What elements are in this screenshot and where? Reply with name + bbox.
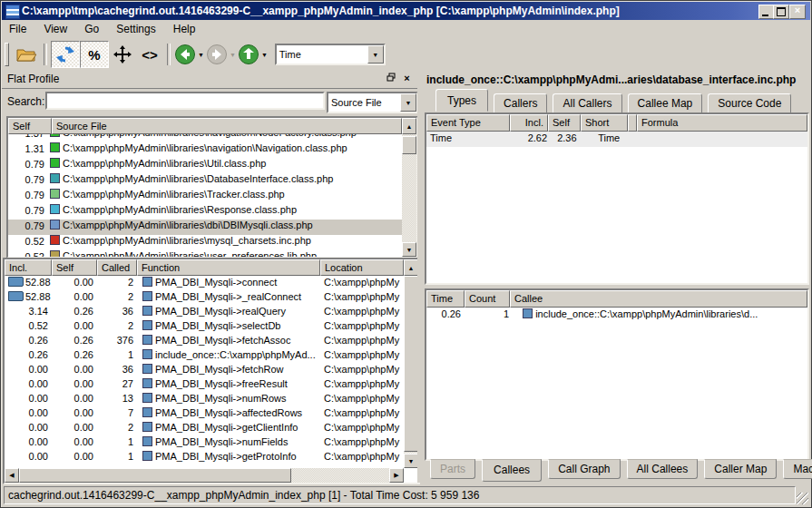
- move-layout-button[interactable]: [109, 42, 136, 67]
- tab-callee-map[interactable]: Callee Map: [628, 93, 703, 113]
- function-row[interactable]: 52.880.002PMA_DBI_Mysqli->connectC:\xamp…: [5, 276, 404, 290]
- column-header-self[interactable]: Self: [8, 118, 52, 134]
- column-header-event-type[interactable]: Event Type: [426, 114, 510, 132]
- scrollbar-thumb[interactable]: [404, 276, 418, 452]
- scrollbar-thumb[interactable]: [402, 136, 416, 154]
- column-header-function[interactable]: Function: [137, 259, 320, 276]
- menu-view[interactable]: View: [36, 20, 74, 35]
- grouping-selector[interactable]: Source File ▼: [327, 92, 418, 113]
- combo-dropdown-icon[interactable]: ▼: [400, 93, 416, 112]
- scrollbar-thumb[interactable]: [19, 468, 291, 483]
- menu-go[interactable]: Go: [77, 20, 106, 35]
- combo-dropdown-icon[interactable]: ▼: [367, 45, 384, 64]
- file-row[interactable]: 1.37C:\xampp\phpMyAdmin\libraries\naviga…: [8, 134, 402, 142]
- location-value: C:\xampp\phpMy: [320, 319, 404, 332]
- file-row[interactable]: 0.79C:\xampp\phpMyAdmin\libraries\Databa…: [8, 173, 402, 189]
- flat-profile-dock-titlebar[interactable]: Flat Profile ×: [2, 70, 417, 89]
- column-header-count[interactable]: Count: [465, 290, 510, 308]
- event-type-selector[interactable]: Time ▼: [275, 44, 386, 65]
- close-button[interactable]: ×: [789, 5, 806, 19]
- scroll-right-icon[interactable]: ▶: [389, 468, 404, 483]
- maximize-button[interactable]: [773, 5, 789, 19]
- tab-caller-map[interactable]: Caller Map: [704, 459, 777, 479]
- function-row[interactable]: 0.000.0036PMA_DBI_Mysqli->fetchRowC:\xam…: [5, 363, 404, 377]
- back-button[interactable]: ▼: [174, 44, 204, 65]
- back-dropdown-icon[interactable]: ▼: [198, 52, 204, 58]
- menu-help[interactable]: Help: [166, 20, 203, 35]
- tab-machine-code[interactable]: Machine: [783, 459, 812, 479]
- dock-close-button[interactable]: ×: [400, 73, 414, 86]
- up-button[interactable]: ▼: [238, 44, 268, 65]
- location-value: C:\xampp\phpMy: [320, 392, 404, 405]
- up-dropdown-icon[interactable]: ▼: [261, 52, 268, 58]
- column-header-source-file[interactable]: Source File: [52, 118, 402, 134]
- function-row[interactable]: 0.260.261include_once::C:\xampp\phpMyAd.…: [5, 348, 404, 363]
- column-header-callee[interactable]: Callee: [510, 290, 807, 308]
- scrollbar-track[interactable]: [291, 468, 389, 483]
- function-row[interactable]: 0.000.001PMA_DBI_Mysqli->getProtoInfoC:\…: [5, 450, 404, 464]
- open-file-button[interactable]: [13, 42, 40, 67]
- function-row[interactable]: 52.880.002PMA_DBI_Mysqli->_realConnectC:…: [5, 290, 404, 305]
- tab-source-code[interactable]: Source Code: [708, 93, 791, 113]
- function-list-hscrollbar[interactable]: ◀ ▶: [5, 468, 404, 483]
- function-row[interactable]: 0.000.002PMA_DBI_Mysqli->getClientInfoC:…: [5, 421, 404, 435]
- function-row[interactable]: 0.260.26376PMA_DBI_Mysqli->fetchAssocC:\…: [5, 334, 404, 348]
- scroll-up-icon[interactable]: ▲: [404, 259, 418, 276]
- self-value: 0.00: [52, 363, 97, 376]
- resize-grip-icon[interactable]: [797, 493, 808, 504]
- scroll-down-icon[interactable]: ▼: [404, 454, 418, 468]
- function-row[interactable]: 0.520.002PMA_DBI_Mysqli->selectDbC:\xamp…: [5, 319, 404, 334]
- window-title-bar[interactable]: C:\xampp\tmp\cachegrind.out.1416463299-C…: [2, 2, 810, 20]
- function-name: PMA_DBI_Mysqli->numFields: [155, 436, 288, 447]
- function-icon: [142, 393, 152, 403]
- column-header-incl[interactable]: Incl.: [5, 259, 52, 276]
- function-row[interactable]: 0.000.0013PMA_DBI_Mysqli->numRowsC:\xamp…: [5, 392, 404, 406]
- function-row[interactable]: 3.140.2636PMA_DBI_Mysqli->realQueryC:\xa…: [5, 305, 404, 319]
- column-header-formula[interactable]: Formula: [637, 114, 807, 132]
- function-list-vscrollbar[interactable]: ▼: [404, 276, 418, 468]
- file-row[interactable]: 1.31C:\xampp\phpMyAdmin\libraries\naviga…: [8, 142, 402, 158]
- search-input[interactable]: [45, 92, 325, 110]
- event-type-row[interactable]: Time 2.62 2.36 Time: [426, 132, 807, 147]
- tab-all-callees[interactable]: All Callees: [627, 459, 699, 479]
- event-types-header: Event Type Incl. Self Short Formula: [426, 114, 807, 132]
- tab-call-graph[interactable]: Call Graph: [548, 459, 620, 479]
- column-header-location[interactable]: Location: [320, 259, 404, 276]
- column-header-called[interactable]: Called: [97, 259, 137, 276]
- column-header-short[interactable]: Short: [581, 114, 628, 132]
- column-header-self[interactable]: Self: [52, 259, 97, 276]
- file-row[interactable]: 0.52C:\xampp\phpMyAdmin\libraries\mysql_…: [8, 235, 402, 250]
- file-row[interactable]: 0.79C:\xampp\phpMyAdmin\libraries\Respon…: [8, 204, 402, 220]
- file-list-scrollbar[interactable]: ▼: [402, 134, 416, 257]
- cycle-grouping-button[interactable]: [51, 41, 80, 68]
- tab-callers[interactable]: Callers: [494, 93, 547, 113]
- dock-float-button[interactable]: [384, 73, 397, 86]
- tab-callees[interactable]: Callees: [482, 459, 542, 482]
- relative-percent-toggle[interactable]: %: [80, 41, 109, 68]
- function-name: PMA_DBI_Mysqli->affectedRows: [155, 407, 302, 418]
- selected-function-title: include_once::C:\xampp\phpMyAdmi...aries…: [426, 73, 807, 86]
- tab-types[interactable]: Types: [435, 89, 488, 112]
- callee-row[interactable]: 0.26 1 include_once::C:\xampp\phpMyAdmin…: [426, 308, 807, 323]
- shorten-templates-button[interactable]: <>: [136, 42, 163, 67]
- scroll-left-icon[interactable]: ◀: [5, 468, 19, 483]
- file-row-selected[interactable]: 0.79C:\xampp\phpMyAdmin\libraries\dbi\DB…: [8, 220, 402, 235]
- column-header-time[interactable]: Time: [426, 290, 465, 308]
- function-row[interactable]: 0.000.001PMA_DBI_Mysqli->numFieldsC:\xam…: [5, 435, 404, 450]
- function-row[interactable]: 0.000.0027PMA_DBI_Mysqli->freeResultC:\x…: [5, 377, 404, 392]
- menu-settings[interactable]: Settings: [109, 20, 162, 35]
- column-header-incl[interactable]: Incl.: [510, 114, 548, 132]
- function-list: Incl. Self Called Function Location ▲ 52…: [3, 258, 420, 484]
- column-header-self[interactable]: Self: [548, 114, 581, 132]
- scroll-up-icon[interactable]: ▲: [402, 118, 416, 134]
- tab-all-callers[interactable]: All Callers: [553, 93, 621, 113]
- function-row[interactable]: 0.000.007PMA_DBI_Mysqli->affectedRowsC:\…: [5, 406, 404, 421]
- menu-file[interactable]: File: [2, 20, 34, 35]
- file-row[interactable]: 0.79C:\xampp\phpMyAdmin\libraries\Tracke…: [8, 189, 402, 204]
- toolbar-handle[interactable]: [5, 43, 9, 66]
- function-name: PMA_DBI_Mysqli->fetchAssoc: [155, 335, 290, 346]
- file-row[interactable]: 0.79C:\xampp\phpMyAdmin\libraries\Util.c…: [8, 158, 402, 173]
- file-row[interactable]: 0.52C:\xampp\phpMyAdmin\libraries\user_p…: [8, 250, 402, 257]
- search-label: Search:: [7, 95, 44, 108]
- scroll-down-icon[interactable]: ▼: [402, 242, 416, 257]
